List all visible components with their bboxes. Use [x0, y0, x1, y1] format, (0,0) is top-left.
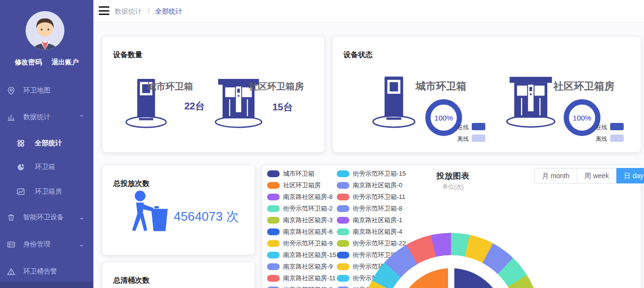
online-label[interactable]: 在线	[457, 123, 469, 132]
legend-item-label: 街旁示范环卫箱-8	[353, 204, 403, 213]
trash-bin-icon	[7, 213, 15, 222]
device-value: 15台	[272, 101, 293, 114]
total-throw-card: 总投放次数 4564073 次	[102, 165, 255, 255]
legend-color-chip	[337, 205, 349, 212]
legend-item-label: 街旁示范环卫箱-15	[353, 169, 406, 178]
location-pin-icon	[7, 86, 15, 95]
breadcrumb-parent[interactable]: 数据统计	[115, 7, 142, 15]
device-value: 22台	[184, 100, 205, 113]
sidebar-item-label: 全部统计	[35, 139, 62, 148]
sidebar-item-label: 环卫箱	[35, 163, 55, 171]
legend-item[interactable]: 南京路社区箱房-1	[337, 217, 406, 224]
legend-item[interactable]: 南京路社区箱房-15	[267, 252, 336, 258]
legend-color-chip	[267, 182, 280, 189]
legend-item[interactable]: 南京路社区箱房-11	[267, 275, 336, 282]
legend-color-chip	[267, 217, 280, 224]
sidebar-item-label: 环卫桶告警	[23, 267, 57, 276]
sidebar-item-identity[interactable]: 身份管理 ⌄	[0, 238, 93, 251]
sidebar-item-label: 智能环卫设备	[23, 213, 64, 222]
person-throwing-trash-icon	[127, 190, 171, 233]
legend-item-label: 街旁示范环卫箱-9	[283, 239, 333, 248]
legend-color-chip	[267, 252, 280, 258]
app-root: 修改密码 退出账户 环卫地图 数据统计 ⌃ 全部统计	[0, 0, 644, 288]
breadcrumb: 数据统计 / 全部统计	[115, 7, 182, 16]
offline-label[interactable]: 离线	[457, 135, 469, 143]
sunburst-chart[interactable]	[361, 233, 540, 288]
legend-color-chip	[267, 228, 280, 235]
device-label: 城市环卫箱	[416, 79, 466, 93]
legend-color-chip	[267, 194, 280, 200]
bar-chart-icon	[7, 113, 15, 121]
legend-color-chip	[337, 182, 349, 189]
avatar-illustration	[26, 11, 64, 50]
change-password-link[interactable]: 修改密码	[15, 58, 42, 67]
account-links: 修改密码 退出账户	[0, 58, 93, 67]
legend-item[interactable]: 南京路社区箱房-8	[267, 194, 336, 200]
sidebar-item-bucket-alarm[interactable]: 环卫桶告警	[0, 265, 93, 278]
device-label: 社区环卫箱房	[554, 79, 614, 93]
legend-item[interactable]: 社区环卫箱房	[267, 182, 336, 189]
online-label[interactable]: 在线	[596, 123, 607, 132]
legend-item-label: 街旁示范环卫箱-2	[283, 204, 333, 213]
legend-color-chip	[337, 194, 349, 200]
legend-item-label: 街旁示范环卫箱-5	[283, 286, 333, 288]
legend-color-chip	[337, 240, 349, 247]
legend-item[interactable]: 南京路社区箱房-0	[337, 182, 406, 189]
online-percent: 100%	[434, 114, 453, 122]
warning-triangle-icon	[7, 267, 15, 276]
offline-color-chip	[610, 135, 624, 142]
legend-item[interactable]: 南京路社区箱房-6	[267, 228, 336, 235]
legend-color-chip	[337, 275, 349, 282]
week-button[interactable]: 周 week	[577, 168, 617, 183]
legend-color-chip	[337, 228, 349, 235]
legend-item-label: 街旁示范环卫箱-11	[353, 193, 405, 201]
chart-title: 投放图表	[402, 170, 504, 182]
legend-item[interactable]: 街旁示范环卫箱-15	[337, 170, 406, 177]
city-kiosk-icon	[371, 76, 417, 129]
legend-item[interactable]: 城市环卫箱	[267, 170, 336, 177]
online-rate-donut: 100%	[564, 99, 600, 136]
card-title: 总投放次数	[113, 179, 150, 188]
period-button-group: 月 month 周 week 日 day	[534, 168, 644, 183]
sidebar: 修改密码 退出账户 环卫地图 数据统计 ⌃ 全部统计	[0, 0, 93, 288]
avatar	[26, 11, 64, 50]
legend-color-chip	[337, 170, 349, 177]
chart-legend-column-1: 城市环卫箱 社区环卫箱房 南京路社区箱房-8 街旁示范环卫箱-2	[267, 170, 336, 288]
breadcrumb-separator: /	[148, 7, 150, 15]
sidebar-item-label: 数据统计	[23, 113, 50, 121]
sunburst-gap	[448, 264, 454, 288]
sidebar-item-label: 环卫箱房	[35, 187, 62, 196]
card-title: 设备数量	[113, 50, 142, 60]
pie-chart-icon	[16, 163, 25, 171]
day-button[interactable]: 日 day	[616, 168, 644, 183]
legend-item[interactable]: 街旁示范环卫箱-2	[267, 205, 336, 212]
sidebar-item-smart-devices[interactable]: 智能环卫设备 ⌄	[0, 211, 93, 224]
legend-item-label: 社区环卫箱房	[283, 181, 321, 190]
legend-item-label: 南京路社区箱房-1	[353, 216, 403, 225]
chevron-up-icon: ⌃	[78, 114, 85, 121]
month-button[interactable]: 月 month	[534, 168, 577, 183]
sidebar-item-label: 环卫地图	[23, 86, 50, 95]
online-percent: 100%	[573, 114, 591, 122]
logout-link[interactable]: 退出账户	[52, 58, 79, 67]
legend-item[interactable]: 南京路社区箱房-9	[267, 263, 336, 270]
offline-label[interactable]: 离线	[596, 135, 607, 143]
device-status-card: 设备状态 城市环卫箱 100% 在线 离线 社区环卫箱房	[332, 36, 641, 152]
legend-item-label: 南京路社区箱房-15	[283, 251, 336, 259]
chevron-down-icon: ⌄	[78, 242, 85, 248]
total-throw-value: 4564073 次	[174, 208, 239, 225]
legend-item-label: 南京路社区箱房-9	[283, 262, 333, 271]
sidebar-footer	[0, 282, 93, 288]
community-booth-icon	[503, 76, 558, 129]
legend-item[interactable]: 街旁示范环卫箱-8	[337, 205, 406, 212]
legend-item[interactable]: 南京路社区箱房-3	[267, 217, 336, 224]
sidebar-item-sanitation-box[interactable]: 环卫箱	[0, 160, 93, 174]
legend-color-chip	[267, 263, 280, 270]
sidebar-item-map[interactable]: 环卫地图	[0, 84, 93, 97]
sidebar-item-sanitation-boxroom[interactable]: 环卫箱房	[0, 185, 93, 198]
hamburger-menu-icon[interactable]	[99, 6, 109, 15]
sidebar-item-statistics[interactable]: 数据统计 ⌃	[0, 110, 93, 124]
legend-item[interactable]: 街旁示范环卫箱-11	[337, 194, 406, 200]
legend-item[interactable]: 街旁示范环卫箱-9	[267, 240, 336, 247]
sidebar-item-all-statistics[interactable]: 全部统计	[0, 136, 93, 150]
